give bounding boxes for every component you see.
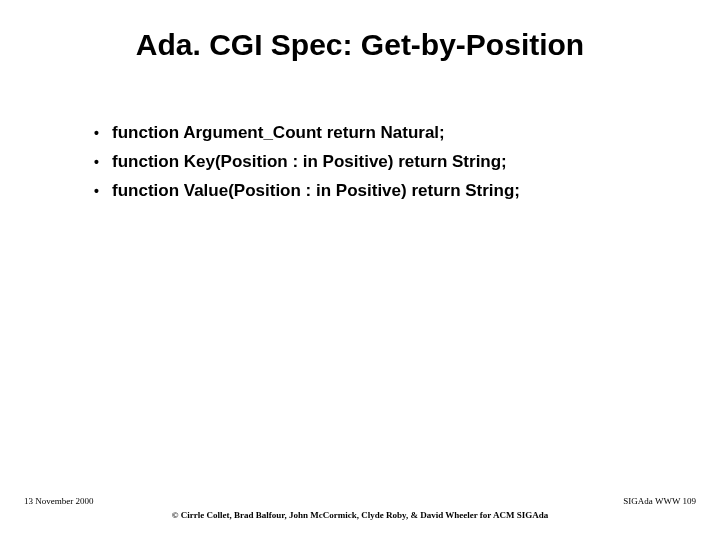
footer-page: SIGAda WWW 109 <box>623 496 696 506</box>
slide: Ada. CGI Spec: Get-by-Position • functio… <box>0 0 720 540</box>
list-item: • function Argument_Count return Natural… <box>94 122 650 145</box>
list-item: • function Value(Position : in Positive)… <box>94 180 650 203</box>
bullet-icon: • <box>94 122 112 144</box>
bullet-text: function Value(Position : in Positive) r… <box>112 180 650 203</box>
bullet-icon: • <box>94 151 112 173</box>
content-area: • function Argument_Count return Natural… <box>0 70 720 203</box>
footer-date: 13 November 2000 <box>24 496 94 506</box>
footer: 13 November 2000 © Cirrle Collet, Brad B… <box>0 510 720 520</box>
footer-credits: © Cirrle Collet, Brad Balfour, John McCo… <box>0 510 720 520</box>
bullet-icon: • <box>94 180 112 202</box>
bullet-text: function Argument_Count return Natural; <box>112 122 650 145</box>
list-item: • function Key(Position : in Positive) r… <box>94 151 650 174</box>
slide-title: Ada. CGI Spec: Get-by-Position <box>0 0 720 70</box>
bullet-text: function Key(Position : in Positive) ret… <box>112 151 650 174</box>
